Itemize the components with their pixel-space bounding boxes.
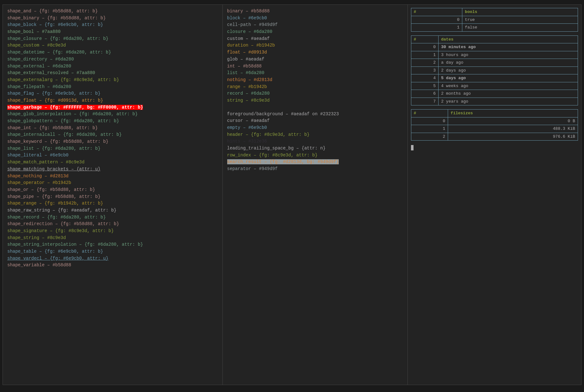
- dates-idx-0: 0: [411, 43, 438, 51]
- dates-row-7: 72 years ago: [411, 98, 578, 105]
- bools-val-1: false: [462, 24, 578, 32]
- left-line-26: shape_or – {fg: #b58d88, attr: b}: [7, 187, 218, 193]
- dates-val-1: 3 hours ago: [438, 51, 578, 59]
- dates-val-3: 2 days ago: [438, 66, 578, 74]
- left-line-8: shape_external – #6da280: [7, 63, 218, 70]
- mid-lines: binary – #b58d88block – #6e9cb0cell-path…: [227, 8, 403, 173]
- main-container: shape_and – {fg: #b58d88, attr: b}shape_…: [3, 4, 581, 385]
- mid-top-line-4: custom – #aeadaf: [227, 35, 403, 42]
- bools-val-0: true: [462, 16, 578, 24]
- mid-top-line-9: list – #6da280: [227, 70, 403, 77]
- left-line-16: shape_globpattern – {fg: #6da280, attr: …: [7, 118, 218, 125]
- dates-idx-1: 1: [411, 51, 438, 59]
- filesizes-val-2: 976.6 KiB: [448, 133, 578, 141]
- left-line-19: shape_keyword – {fg: #b58d88, attr: b}: [7, 138, 218, 145]
- left-line-25: shape_operator – #b1942b: [7, 180, 218, 187]
- left-line-4: shape_closure – {fg: #6da280, attr: b}: [7, 35, 218, 42]
- left-line-34: shape_string_interpolation – {fg: #6da28…: [7, 241, 218, 248]
- filesizes-col-hash: #: [411, 110, 448, 117]
- mid-bottom-line-2: empty – #6e9cb0: [227, 124, 403, 131]
- bools-row-0: 0true: [411, 16, 578, 24]
- mid-top-line-7: glob – #aeadaf: [227, 56, 403, 63]
- filesizes-col-filesizes: filesizes: [448, 110, 578, 117]
- left-line-29: shape_raw_string – {fg: #aeadaf, attr: b…: [7, 207, 218, 214]
- left-lines: shape_and – {fg: #b58d88, attr: b}shape_…: [7, 8, 218, 269]
- left-line-9: shape_external_resolved – #7aa880: [7, 70, 218, 77]
- mid-top-line-2: cell-path – #949d9f: [227, 22, 403, 28]
- left-line-20: shape_list – {fg: #6da280, attr: b}: [7, 145, 218, 152]
- left-column: shape_and – {fg: #b58d88, attr: b}shape_…: [3, 5, 223, 385]
- left-line-15: shape_glob_interpolation – {fg: #6da280,…: [7, 111, 218, 118]
- right-column: # bools 0true1false # dates 030 minutes …: [408, 5, 581, 385]
- mid-bottom-line-3: header – {fg: #8c9e3d, attr: b}: [227, 131, 403, 138]
- left-line-3: shape_bool – #7aa880: [7, 28, 218, 35]
- dates-idx-5: 5: [411, 82, 438, 90]
- left-line-23: shape_matching_brackets – {attr: u}: [7, 166, 218, 173]
- bools-col-bools: bools: [462, 8, 578, 16]
- mid-top-line-12: record – #6da280: [227, 90, 403, 97]
- mid-top-line-8: int – #b58d88: [227, 63, 403, 70]
- left-line-2: shape_block – {fg: #6e9cb0, attr: b}: [7, 22, 218, 28]
- filesizes-val-1: 488.3 KiB: [448, 125, 578, 133]
- dates-idx-4: 4: [411, 74, 438, 82]
- dates-val-2: a day ago: [438, 59, 578, 67]
- filesizes-val-0: 0 B: [448, 117, 578, 125]
- mid-top-line-0: binary – #b58d88: [227, 8, 403, 15]
- left-line-24: shape_nothing – #d2813d: [7, 173, 218, 180]
- mid-top-line-3: closure – #6da280: [227, 28, 403, 35]
- mid-top-line-13: string – #8c9e3d: [227, 97, 403, 104]
- dates-val-6: 2 months ago: [438, 90, 578, 98]
- mid-top-line-1: block – #6e9cb0: [227, 15, 403, 22]
- dates-val-7: 2 years ago: [438, 98, 578, 105]
- filesizes-idx-0: 0: [411, 117, 448, 125]
- filesizes-row-1: 1488.3 KiB: [411, 125, 578, 133]
- dates-row-2: 2a day ago: [411, 59, 578, 67]
- dates-idx-2: 2: [411, 59, 438, 67]
- left-line-31: shape_redirection – {fg: #b58d88, attr: …: [7, 221, 218, 228]
- left-line-37: shape_variable – #b58d88: [7, 262, 218, 269]
- left-line-0: shape_and – {fg: #b58d88, attr: b}: [7, 8, 218, 15]
- filesizes-table: # filesizes 00 B1488.3 KiB2976.6 KiB: [411, 109, 578, 141]
- left-line-17: shape_int – {fg: #b58d88, attr: b}: [7, 125, 218, 132]
- dates-col-dates: dates: [438, 35, 578, 43]
- dates-row-4: 45 days ago: [411, 74, 578, 82]
- bools-idx-1: 1: [411, 24, 462, 32]
- left-line-28: shape_range – {fg: #b1942b, attr: b}: [7, 200, 218, 207]
- left-line-7: shape_directory – #6da280: [7, 56, 218, 63]
- dates-idx-6: 6: [411, 90, 438, 98]
- left-line-11: shape_filepath – #6da280: [7, 84, 218, 91]
- left-line-6: shape_datetime – {fg: #6da280, attr: b}: [7, 49, 218, 56]
- left-line-10: shape_externalarg – {fg: #8c9e3d, attr: …: [7, 77, 218, 84]
- garbage-highlight: shape_garbage – {fg: #FFFFFF, bg: #FF000…: [7, 105, 143, 110]
- mid-bottom-line-6: row_index – {fg: #8c9e3d, attr: b}: [227, 152, 403, 159]
- mid-column: binary – #b58d88block – #6e9cb0cell-path…: [223, 5, 408, 385]
- left-line-36: shape_vardecl – {fg: #6e9cb0, attr: u}: [7, 255, 218, 262]
- left-line-33: shape_string – #8c9e3d: [7, 235, 218, 242]
- mid-top-line-10: nothing – #d2813d: [227, 77, 403, 84]
- mid-bottom-line-7: search_result – {fg: #d2813d, bg: #949d9…: [227, 159, 403, 166]
- bools-col-hash: #: [411, 8, 462, 16]
- bools-row-1: 1false: [411, 24, 578, 32]
- left-line-18: shape_internalcall – {fg: #6da280, attr:…: [7, 131, 218, 138]
- mid-top-line-5: duration – #b1942b: [227, 42, 403, 49]
- mid-top-line-6: float – #d0913d: [227, 49, 403, 56]
- dates-val-0: 30 minutes ago: [438, 43, 578, 51]
- mid-top-line-11: range – #b1942b: [227, 84, 403, 91]
- left-line-35: shape_table – {fg: #6e9cb0, attr: b}: [7, 248, 218, 255]
- filesizes-idx-1: 1: [411, 125, 448, 133]
- dates-col-hash: #: [411, 35, 438, 43]
- dates-row-0: 030 minutes ago: [411, 43, 578, 51]
- dates-row-6: 62 months ago: [411, 90, 578, 98]
- left-line-27: shape_pipe – {fg: #b58d88, attr: b}: [7, 193, 218, 200]
- cursor-indicator: [411, 144, 578, 151]
- bools-table: # bools 0true1false: [411, 8, 578, 32]
- bools-idx-0: 0: [411, 16, 462, 24]
- filesizes-row-0: 00 B: [411, 117, 578, 125]
- mid-bottom-line-1: cursor – #aeadaf: [227, 117, 403, 124]
- dates-table: # dates 030 minutes ago13 hours ago2a da…: [411, 35, 578, 106]
- dates-idx-3: 3: [411, 66, 438, 74]
- left-line-21: shape_literal – #6e9cb0: [7, 152, 218, 159]
- filesizes-row-2: 2976.6 KiB: [411, 133, 578, 141]
- left-line-14: shape_garbage – {fg: #FFFFFF, bg: #FF000…: [7, 104, 218, 111]
- search-highlight: search_result – {fg: #d2813d, bg: #949d9…: [227, 159, 339, 164]
